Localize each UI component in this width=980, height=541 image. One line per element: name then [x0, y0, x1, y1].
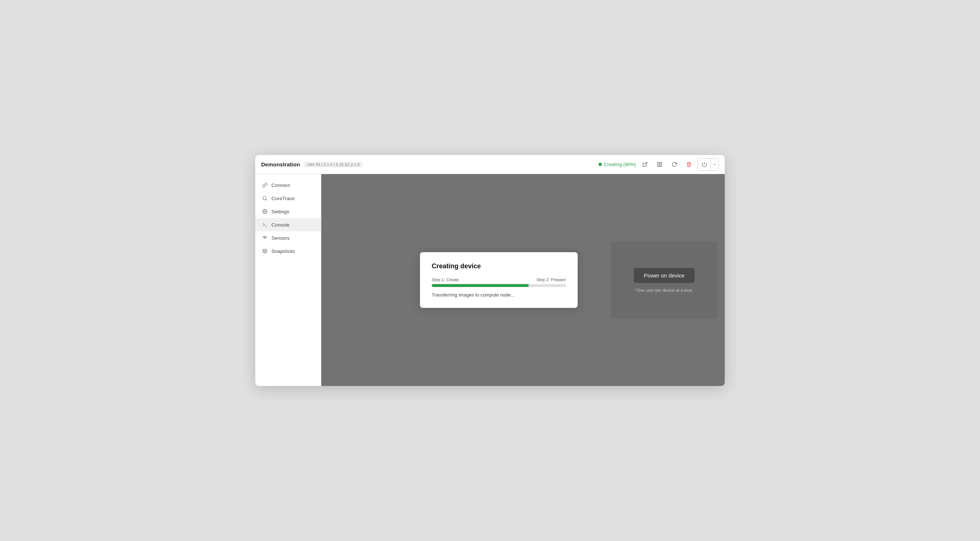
- version-badge: i.MX 93 | 2.1.0 | 5.15.52-2.1.0: [304, 162, 363, 168]
- sidebar: Connect CoreTrace Settings: [255, 174, 321, 386]
- external-link-icon: [642, 162, 648, 167]
- svg-point-4: [263, 197, 266, 200]
- layers-icon: [262, 248, 268, 254]
- sensors-icon: [262, 235, 268, 241]
- sidebar-item-label: Connect: [271, 182, 290, 188]
- step2-label: Step 2: Prepare: [536, 278, 566, 282]
- progress-section: Step 1: Create Step 2: Prepare: [432, 278, 566, 287]
- delete-button[interactable]: [683, 159, 695, 170]
- status-indicator: Creating (80%): [598, 162, 636, 167]
- progress-status: Transferring images to compute node...: [432, 292, 566, 298]
- gear-icon: [262, 209, 268, 214]
- sidebar-item-label: Console: [271, 222, 290, 228]
- console-icon: [262, 222, 268, 228]
- power-button[interactable]: [698, 159, 710, 170]
- sidebar-item-connect[interactable]: Connect: [255, 179, 321, 192]
- power-note: *One user per device at a time.: [635, 288, 694, 292]
- progress-fill: [432, 284, 528, 287]
- svg-rect-1: [657, 162, 659, 167]
- svg-point-6: [264, 211, 266, 212]
- titlebar-right: Creating (80%): [598, 158, 719, 171]
- sidebar-item-label: Settings: [271, 209, 290, 214]
- step1-label: Step 1: Create: [432, 278, 459, 282]
- columns-icon: [657, 162, 662, 167]
- app-window: Demonstration i.MX 93 | 2.1.0 | 5.15.52-…: [255, 155, 725, 386]
- refresh-button[interactable]: [668, 159, 680, 170]
- sidebar-item-label: CoreTrace: [271, 196, 294, 201]
- power-button-group: [698, 158, 719, 171]
- status-label: Creating (80%): [604, 162, 636, 167]
- progress-bar: [432, 284, 566, 287]
- titlebar: Demonstration i.MX 93 | 2.1.0 | 5.15.52-…: [255, 155, 725, 174]
- svg-line-5: [266, 199, 267, 200]
- sidebar-item-coretrace[interactable]: CoreTrace: [255, 192, 321, 205]
- main-layout: Connect CoreTrace Settings: [255, 174, 725, 386]
- right-panel: Power on device *One user per device at …: [611, 241, 718, 319]
- svg-marker-9: [262, 249, 267, 251]
- creating-device-modal: Creating device Step 1: Create Step 2: P…: [420, 252, 578, 308]
- power-icon: [702, 162, 707, 167]
- sidebar-item-sensors[interactable]: Sensors: [255, 231, 321, 244]
- power-dropdown-button[interactable]: [710, 159, 719, 170]
- svg-line-0: [644, 162, 647, 165]
- delete-icon: [686, 162, 692, 167]
- sidebar-item-settings[interactable]: Settings: [255, 205, 321, 218]
- link-icon: [262, 182, 268, 188]
- progress-labels: Step 1: Create Step 2: Prepare: [432, 278, 566, 282]
- app-title: Demonstration: [261, 161, 300, 168]
- modal-title: Creating device: [432, 262, 566, 270]
- titlebar-left: Demonstration i.MX 93 | 2.1.0 | 5.15.52-…: [261, 161, 363, 168]
- sidebar-item-label: Snapshots: [271, 249, 295, 254]
- refresh-icon: [671, 162, 677, 167]
- content-area: Creating device Step 1: Create Step 2: P…: [321, 174, 725, 386]
- power-on-device-button[interactable]: Power on device: [634, 268, 695, 283]
- external-link-button[interactable]: [639, 159, 651, 170]
- svg-rect-2: [660, 162, 661, 167]
- chevron-down-icon: [713, 163, 717, 167]
- columns-button[interactable]: [654, 159, 665, 170]
- search-icon: [262, 195, 268, 201]
- sidebar-item-label: Sensors: [271, 235, 290, 241]
- status-dot: [598, 163, 602, 166]
- sidebar-item-snapshots[interactable]: Snapshots: [255, 244, 321, 258]
- sidebar-item-console[interactable]: Console: [255, 218, 321, 231]
